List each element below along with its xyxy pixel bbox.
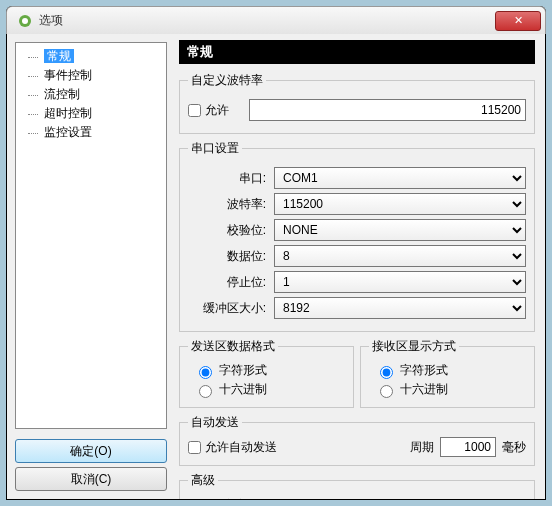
adv-auto-open[interactable]: 程序启动时自动打开端口 xyxy=(188,495,526,499)
client-area: 常规 事件控制 流控制 超时控制 监控设置 确定(O) 取消(C) 常规 自定义… xyxy=(7,34,545,499)
titlebar: 选项 ✕ xyxy=(6,6,546,34)
tree-item-flow[interactable]: 流控制 xyxy=(18,85,164,104)
select-buffer[interactable]: 8192 xyxy=(274,297,526,319)
recv-format-char[interactable]: 字符形式 xyxy=(369,361,526,380)
legend-custom-baud: 自定义波特率 xyxy=(188,72,266,89)
close-icon: ✕ xyxy=(514,14,523,27)
legend-send-format: 发送区数据格式 xyxy=(188,338,278,355)
tree-item-timeout[interactable]: 超时控制 xyxy=(18,104,164,123)
select-data-bits[interactable]: 8 xyxy=(274,245,526,267)
label-baud: 波特率: xyxy=(188,196,274,213)
group-advanced: 高级 程序启动时自动打开端口 程序结束时提示保存所接收的数据 当有可用更新时请提… xyxy=(179,472,535,499)
custom-baud-allow-checkbox[interactable] xyxy=(188,104,201,117)
legend-advanced: 高级 xyxy=(188,472,218,489)
select-port[interactable]: COM1 xyxy=(274,167,526,189)
label-buffer: 缓冲区大小: xyxy=(188,300,274,317)
tree-item-event[interactable]: 事件控制 xyxy=(18,66,164,85)
category-tree[interactable]: 常规 事件控制 流控制 超时控制 监控设置 xyxy=(15,42,167,429)
legend-recv-format: 接收区显示方式 xyxy=(369,338,459,355)
left-pane: 常规 事件控制 流控制 超时控制 监控设置 确定(O) 取消(C) xyxy=(7,34,175,499)
group-send-format: 发送区数据格式 字符形式 十六进制 xyxy=(179,338,354,408)
label-stop: 停止位: xyxy=(188,274,274,291)
label-data: 数据位: xyxy=(188,248,274,265)
tree-item-monitor[interactable]: 监控设置 xyxy=(18,123,164,142)
label-period: 周期 xyxy=(410,439,434,456)
app-icon xyxy=(17,13,33,29)
legend-serial: 串口设置 xyxy=(188,140,242,157)
select-parity[interactable]: NONE xyxy=(274,219,526,241)
label-period-unit: 毫秒 xyxy=(502,439,526,456)
period-input[interactable] xyxy=(440,437,496,457)
ok-button[interactable]: 确定(O) xyxy=(15,439,167,463)
window-title: 选项 xyxy=(39,12,495,29)
svg-point-1 xyxy=(22,18,28,24)
right-pane: 常规 自定义波特率 允许 串口设置 串口:COM1 波特率:115200 校验位… xyxy=(175,34,545,499)
group-auto-send: 自动发送 允许自动发送 周期 毫秒 xyxy=(179,414,535,466)
send-format-char[interactable]: 字符形式 xyxy=(188,361,345,380)
label-port: 串口: xyxy=(188,170,274,187)
cancel-button[interactable]: 取消(C) xyxy=(15,467,167,491)
select-stop-bits[interactable]: 1 xyxy=(274,271,526,293)
options-window: 选项 ✕ 常规 事件控制 流控制 超时控制 监控设置 确定(O) 取消(C) 常… xyxy=(6,6,546,500)
custom-baud-allow[interactable]: 允许 xyxy=(188,102,229,119)
custom-baud-value[interactable] xyxy=(249,99,526,121)
dialog-buttons: 确定(O) 取消(C) xyxy=(15,435,167,491)
group-custom-baud: 自定义波特率 允许 xyxy=(179,72,535,134)
panel-heading: 常规 xyxy=(179,40,535,64)
group-recv-format: 接收区显示方式 字符形式 十六进制 xyxy=(360,338,535,408)
label-parity: 校验位: xyxy=(188,222,274,239)
legend-auto-send: 自动发送 xyxy=(188,414,242,431)
group-serial: 串口设置 串口:COM1 波特率:115200 校验位:NONE 数据位:8 停… xyxy=(179,140,535,332)
recv-format-hex[interactable]: 十六进制 xyxy=(369,380,526,399)
close-button[interactable]: ✕ xyxy=(495,11,541,31)
send-format-hex[interactable]: 十六进制 xyxy=(188,380,345,399)
auto-send-allow[interactable]: 允许自动发送 xyxy=(188,439,277,456)
tree-item-general[interactable]: 常规 xyxy=(18,47,164,66)
select-baud[interactable]: 115200 xyxy=(274,193,526,215)
